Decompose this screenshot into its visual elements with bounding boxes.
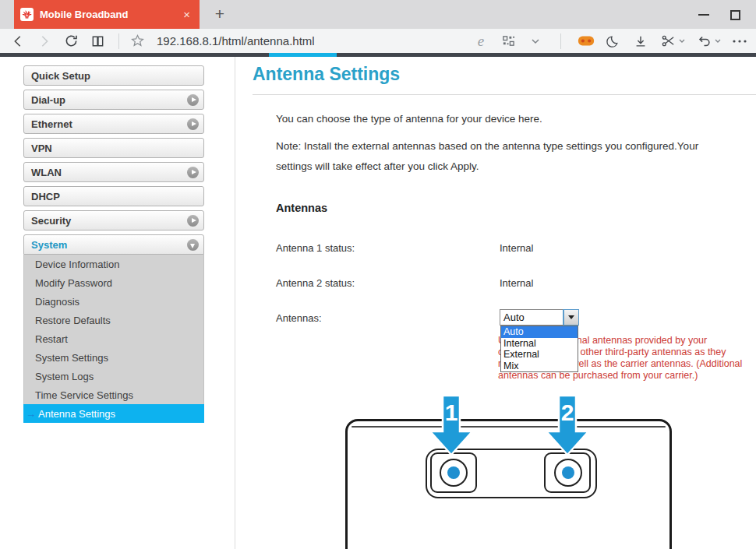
new-tab-button[interactable]: + [209,3,231,25]
device-illustration [345,419,672,549]
sidebar-item-wlan[interactable]: WLAN [23,162,204,182]
submenu-time-service-settings[interactable]: Time Service Settings [24,385,203,404]
toolbar-divider [560,33,561,49]
system-submenu: Device Information Modify Password Diagn… [23,255,204,404]
back-button[interactable] [6,31,30,51]
arrow-1-icon: 1 [428,395,475,457]
refresh-button[interactable] [59,31,83,51]
undo-icon[interactable] [695,31,712,51]
sidebar: Quick Setup Dial-up Ethernet VPN WLAN DH… [23,65,204,423]
submenu-restore-defaults[interactable]: Restore Defaults [24,311,203,329]
maximize-icon [730,10,740,20]
title-bar: Mobile Broadband × + [0,0,756,29]
page-title: Antenna Settings [253,64,400,85]
web-capture-group [659,31,685,51]
option-mix[interactable]: Mix [501,361,578,372]
submenu-system-settings[interactable]: System Settings [24,348,203,367]
option-external[interactable]: External [501,349,578,361]
note-text: Note: Install the external antennas base… [276,136,698,177]
submenu-system-logs[interactable]: System Logs [24,367,203,385]
sidebar-item-dial-up[interactable]: Dial-up [23,90,204,110]
scissors-caret-icon[interactable] [679,39,685,44]
title-rule [253,94,756,95]
chevron-right-icon [187,215,199,227]
antennas-select[interactable]: Auto [500,309,579,326]
antenna1-status-value: Internal [500,242,533,254]
chevron-down-icon[interactable] [527,31,544,51]
antennas-section-heading: Antennas [276,202,327,214]
chevron-right-icon [187,94,199,106]
tab-title: Mobile Broadband [40,9,180,20]
note-line: settings will take effect after you clic… [276,157,698,177]
sidebar-item-vpn[interactable]: VPN [23,138,204,158]
undo-caret-icon[interactable] [715,39,721,44]
submenu-device-information[interactable]: Device Information [24,255,203,273]
submenu-antenna-settings-active[interactable]: → Antenna Settings [23,404,204,423]
antenna-pin-1 [447,466,460,479]
tab-close-icon[interactable]: × [180,8,193,21]
qr-grid-icon[interactable] [500,31,517,51]
downloads-icon[interactable] [632,31,649,51]
chevron-down-icon [187,239,199,251]
sidebar-item-security[interactable]: Security [23,210,204,231]
more-ellipsis-icon[interactable] [731,31,748,51]
toolbar-actions: e [472,31,756,51]
antennas-dropdown-list: Auto Internal External Mix [500,326,578,372]
sidebar-item-dhcp[interactable]: DHCP [23,186,204,206]
ie-mode-icon[interactable]: e [472,31,489,51]
antenna2-status-label: Antenna 2 status: [276,277,355,289]
minimize-icon [698,14,709,16]
arrow-2-label: 2 [561,399,574,425]
reading-view-button[interactable] [86,31,109,51]
extensions-gamepad-icon[interactable] [578,31,595,51]
antennas-label: Antennas: [276,312,322,324]
intro-text: You can choose the type of antenna for y… [276,113,542,125]
arrow-2-icon: 2 [544,395,591,457]
antenna1-status-label: Antenna 1 status: [276,242,355,254]
huawei-logo-icon [20,8,34,21]
dark-mode-moon-icon[interactable] [605,31,622,51]
minimize-button[interactable] [692,6,715,23]
favorites-star-button[interactable] [125,31,149,51]
browser-toolbar: 192.168.8.1/html/antenna.html e [0,29,756,53]
select-dropdown-button[interactable] [563,310,578,325]
antenna-pin-2 [562,466,574,479]
nav-controls: 192.168.8.1/html/antenna.html [0,31,315,51]
sidebar-item-quick-setup[interactable]: Quick Setup [23,65,204,86]
sidebar-item-ethernet[interactable]: Ethernet [23,114,204,134]
content-area: Antenna Settings You can choose the type… [235,57,756,549]
active-label: Antenna Settings [38,408,115,420]
browser-window: Mobile Broadband × + 192.168.8.1 [0,0,756,549]
submenu-restart[interactable]: Restart [24,329,203,348]
active-arrow-icon: → [26,408,36,420]
router-page: Quick Setup Dial-up Ethernet VPN WLAN DH… [0,57,756,549]
note-line: Note: Install the external antennas base… [276,136,698,157]
submenu-diagnosis[interactable]: Diagnosis [24,292,203,311]
forward-button[interactable] [33,31,56,51]
sidebar-item-system[interactable]: System [23,234,204,255]
toolbar-divider [118,33,119,49]
antenna2-status-value: Internal [500,277,533,289]
option-internal[interactable]: Internal [501,338,578,350]
maximize-button[interactable] [723,6,747,23]
browser-tab[interactable]: Mobile Broadband × [14,0,200,29]
device-top-edge [352,426,666,428]
arrow-1-label: 1 [445,399,458,425]
undo-group [695,31,721,51]
submenu-modify-password[interactable]: Modify Password [24,273,203,292]
chevron-right-icon [187,167,199,178]
chevron-right-icon [187,118,199,130]
web-capture-scissors-icon[interactable] [659,31,677,51]
antennas-select-value: Auto [503,311,525,323]
address-url[interactable]: 192.168.8.1/html/antenna.html [157,34,315,48]
option-auto[interactable]: Auto [501,326,578,338]
